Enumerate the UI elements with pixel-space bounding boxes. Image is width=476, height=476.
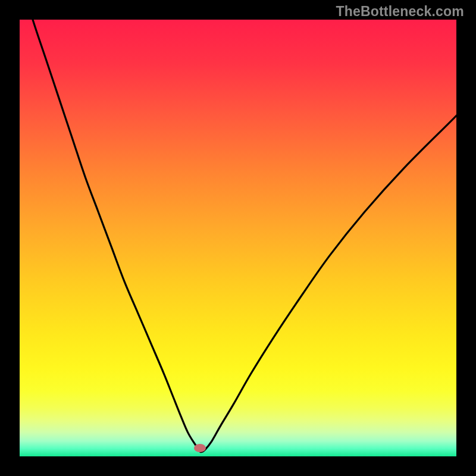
svg-rect-0 xyxy=(20,20,456,456)
chart-frame: TheBottleneck.com xyxy=(0,0,476,476)
background-gradient xyxy=(20,20,456,456)
watermark-text: TheBottleneck.com xyxy=(336,4,464,20)
plot-area xyxy=(20,20,456,456)
